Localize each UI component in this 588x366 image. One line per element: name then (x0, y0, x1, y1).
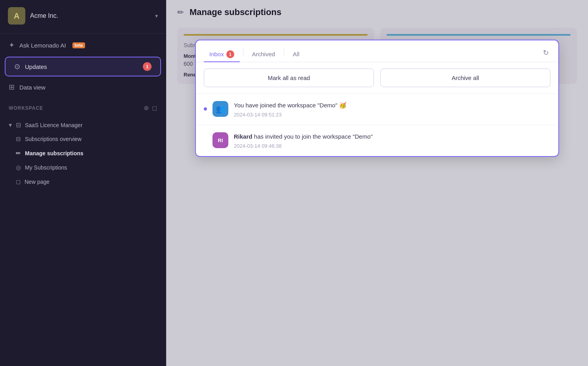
grid-icon: ⊞ (9, 83, 15, 92)
document-icon: ◻ (16, 178, 21, 185)
saas-row[interactable]: ▾ ⊟ SaaS Licence Manager (0, 118, 166, 132)
tab-archived-label: Archived (252, 51, 275, 57)
updates-row[interactable]: ⊙ Updates 1 (5, 57, 161, 76)
pencil-icon: ✏ (16, 150, 21, 157)
sparkle-icon: ✦ (9, 41, 15, 50)
nav-item-label: My Subscriptions (25, 164, 67, 171)
notification-text: You have joined the workspace "Demo" 🥳 (234, 101, 550, 109)
tab-archived[interactable]: Archived (247, 48, 281, 61)
folder-icon: ⊟ (16, 121, 21, 129)
notification-text: Rikard has invited you to join the works… (234, 132, 550, 141)
chevron-down-icon: ▾ (9, 121, 12, 129)
workspace-name: Acme Inc. (30, 12, 150, 19)
notification-content: Rikard has invited you to join the works… (234, 132, 550, 149)
ask-ai-row[interactable]: ✦ Ask Lemonado AI beta (0, 35, 166, 55)
workspace-section: WORKSPACE ⊕ ◻ (0, 96, 166, 118)
data-view-label: Data view (19, 84, 46, 91)
notification-content: You have joined the workspace "Demo" 🥳 2… (234, 101, 550, 118)
workspace-section-title: WORKSPACE (9, 105, 43, 111)
notification-time: 2024-03-14 09:51:23 (234, 112, 550, 118)
tab-inbox[interactable]: Inbox 1 (204, 47, 240, 62)
tab-all[interactable]: All (287, 48, 305, 61)
notification-avatar-user: RI (212, 132, 228, 148)
workspace-people-icon: 👥 (216, 104, 226, 114)
add-workspace-icon[interactable]: ⊕ (144, 104, 149, 112)
popup-overlay: Inbox 1 Archived All ↻ Mark all as read … (166, 0, 588, 366)
popup-actions: Mark all as read Archive all (196, 62, 558, 93)
unread-dot (204, 107, 207, 111)
person-icon: ◎ (16, 164, 21, 171)
notification-time: 2024-03-14 09:46:38 (234, 143, 550, 149)
updates-label: Updates (25, 63, 138, 70)
popup-tabs: Inbox 1 Archived All ↻ (196, 40, 558, 62)
layers-icon: ⊟ (16, 135, 21, 143)
inbox-count-badge: 1 (226, 50, 234, 58)
tab-inbox-label: Inbox (209, 51, 224, 57)
sidebar: A Acme Inc. ▾ ✦ Ask Lemonado AI beta ⊙ U… (0, 0, 166, 366)
sidebar-item-subscriptions-overview[interactable]: ⊟ Subscriptions overview (0, 132, 166, 146)
notification-item-invited: RI Rikard has invited you to join the wo… (196, 125, 558, 156)
sidebar-item-my-subscriptions[interactable]: ◎ My Subscriptions (0, 160, 166, 175)
sidebar-item-manage-subscriptions[interactable]: ✏ Manage subscriptions (0, 146, 166, 160)
spacer (204, 139, 207, 142)
archive-all-button[interactable]: Archive all (380, 69, 550, 87)
ask-ai-label: Ask Lemonado AI (19, 42, 66, 49)
sidebar-item-new-page[interactable]: ◻ New page (0, 175, 166, 189)
workspace-section-actions: ⊕ ◻ (144, 104, 157, 112)
sidebar-header[interactable]: A Acme Inc. ▾ (0, 0, 166, 32)
mark-all-read-button[interactable]: Mark all as read (204, 69, 374, 87)
saas-label: SaaS Licence Manager (25, 122, 83, 128)
tab-divider (243, 49, 243, 57)
chevron-down-icon: ▾ (155, 13, 158, 19)
notification-item-joined: 👥 You have joined the workspace "Demo" 🥳… (196, 93, 558, 125)
workspace-avatar: A (8, 7, 25, 25)
nav-item-label: New page (25, 179, 49, 185)
inbox-popup: Inbox 1 Archived All ↻ Mark all as read … (195, 40, 559, 157)
main-content: ✏ Manage subscriptions Submitted Monthly… (166, 0, 588, 366)
clock-icon: ⊙ (14, 62, 20, 71)
sidebar-divider (0, 33, 166, 34)
document-icon[interactable]: ◻ (152, 104, 157, 112)
tab-all-label: All (293, 51, 300, 57)
nav-item-label: Subscriptions overview (25, 136, 82, 142)
data-view-row[interactable]: ⊞ Data view (0, 78, 166, 96)
beta-badge: beta (72, 42, 85, 48)
tab-divider (284, 49, 284, 57)
updates-count-badge: 1 (143, 62, 152, 71)
notification-avatar-workspace: 👥 (212, 101, 228, 117)
refresh-icon[interactable]: ↻ (541, 47, 550, 59)
nav-item-label: Manage subscriptions (25, 150, 83, 156)
